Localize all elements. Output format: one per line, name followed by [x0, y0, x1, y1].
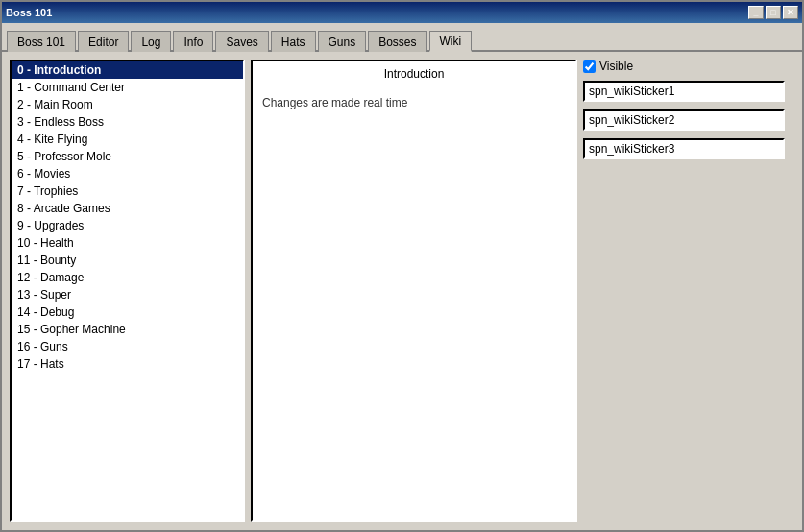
list-item-15[interactable]: 15 - Gopher Machine — [12, 321, 243, 338]
content-area: 0 - Introduction1 - Command Center2 - Ma… — [2, 52, 802, 530]
tab-editor[interactable]: Editor — [78, 31, 129, 52]
list-item-14[interactable]: 14 - Debug — [12, 303, 243, 321]
list-item-13[interactable]: 13 - Super — [12, 286, 243, 303]
tab-log[interactable]: Log — [131, 31, 171, 52]
left-panel: 0 - Introduction1 - Command Center2 - Ma… — [10, 60, 245, 522]
right-panel: Visible — [583, 60, 794, 522]
title-bar-text: Boss 101 — [6, 7, 748, 18]
tab-hats[interactable]: Hats — [271, 31, 316, 52]
list-item-12[interactable]: 12 - Damage — [12, 269, 243, 286]
tab-wiki[interactable]: Wiki — [429, 31, 473, 52]
tab-bar: Boss 101EditorLogInfoSavesHatsGunsBosses… — [2, 23, 802, 52]
sticker3-input[interactable] — [583, 138, 785, 159]
list-item-9[interactable]: 9 - Upgrades — [12, 217, 243, 234]
visible-row: Visible — [583, 60, 794, 73]
list-item-10[interactable]: 10 - Health — [12, 234, 243, 252]
list-item-17[interactable]: 17 - Hats — [12, 355, 243, 373]
tab-boss101[interactable]: Boss 101 — [7, 31, 76, 52]
list-item-3[interactable]: 3 - Endless Boss — [12, 113, 243, 131]
tab-saves[interactable]: Saves — [215, 31, 268, 52]
middle-panel: Introduction Changes are made real time — [251, 60, 577, 522]
sticker2-input[interactable] — [583, 109, 785, 131]
visible-checkbox-wrapper: Visible — [583, 60, 633, 73]
tab-guns[interactable]: Guns — [318, 31, 367, 52]
list-item-5[interactable]: 5 - Professor Mole — [12, 148, 243, 165]
list-item-0[interactable]: 0 - Introduction — [12, 61, 243, 79]
list-item-11[interactable]: 11 - Bounty — [12, 252, 243, 269]
middle-panel-content: Changes are made real time — [258, 92, 570, 113]
minimize-button[interactable]: _ — [748, 6, 764, 19]
tab-info[interactable]: Info — [173, 31, 213, 52]
list-item-2[interactable]: 2 - Main Room — [12, 96, 243, 113]
maximize-button[interactable]: □ — [766, 6, 781, 19]
main-window: Boss 101 _ □ ✕ Boss 101EditorLogInfoSave… — [0, 0, 804, 532]
close-button[interactable]: ✕ — [783, 6, 798, 19]
list-item-16[interactable]: 16 - Guns — [12, 338, 243, 355]
list-item-8[interactable]: 8 - Arcade Games — [12, 200, 243, 217]
visible-label: Visible — [599, 60, 633, 73]
list-item-1[interactable]: 1 - Command Center — [12, 79, 243, 96]
list-item-6[interactable]: 6 - Movies — [12, 165, 243, 182]
tab-bosses[interactable]: Bosses — [368, 31, 426, 52]
title-bar-controls: _ □ ✕ — [748, 6, 798, 19]
title-bar: Boss 101 _ □ ✕ — [2, 2, 802, 23]
list-item-7[interactable]: 7 - Trophies — [12, 182, 243, 200]
list-item-4[interactable]: 4 - Kite Flying — [12, 131, 243, 148]
visible-checkbox[interactable] — [583, 60, 596, 73]
middle-panel-title: Introduction — [258, 67, 570, 85]
sticker1-input[interactable] — [583, 81, 785, 102]
